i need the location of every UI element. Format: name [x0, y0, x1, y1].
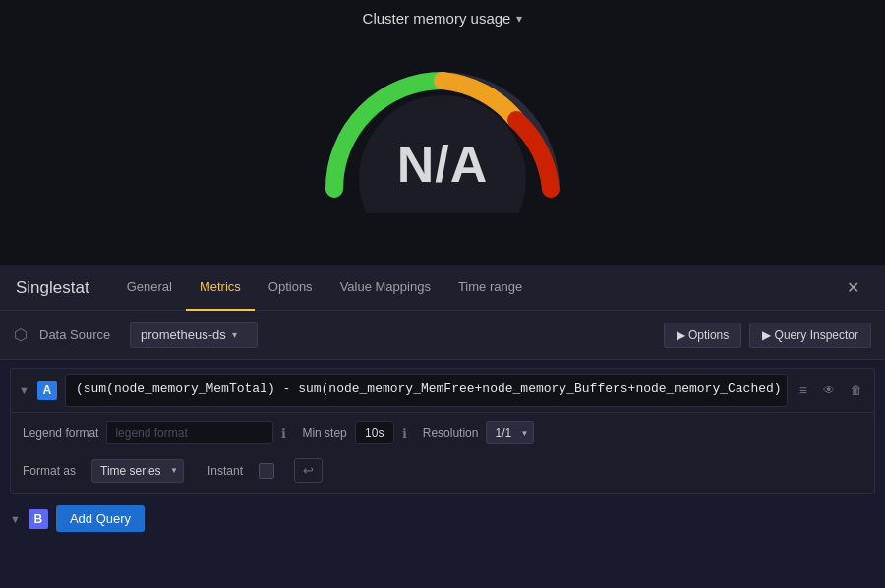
- format-as-label: Format as: [23, 464, 76, 478]
- tab-general[interactable]: General: [113, 265, 186, 311]
- legend-format-label: Legend format: [23, 426, 98, 440]
- min-step-value[interactable]: 10s: [355, 421, 394, 444]
- legend-format-input[interactable]: [106, 421, 273, 444]
- add-query-row: ▼ B Add Query: [0, 498, 885, 540]
- resolution-select[interactable]: 1/1 1/2 1/3: [486, 421, 534, 444]
- tab-options[interactable]: Options: [255, 265, 326, 311]
- legend-info-icon[interactable]: ℹ: [281, 426, 286, 441]
- link-icon-button[interactable]: ↩: [294, 458, 323, 483]
- format-as-select[interactable]: Time series Table Heatmap: [91, 459, 184, 483]
- query-inspector-button[interactable]: ▶ Query Inspector: [749, 323, 871, 348]
- resolution-select-wrapper: 1/1 1/2 1/3: [486, 421, 534, 444]
- query-a-expression[interactable]: (sum(node_memory_MemTotal) - sum(node_me…: [65, 374, 788, 407]
- tab-value-mappings[interactable]: Value Mappings: [326, 265, 444, 311]
- tab-bar: Singlestat General Metrics Options Value…: [0, 265, 885, 311]
- datasource-row: ⬡ Data Source prometheus-ds ▾ ▶ Options …: [0, 311, 885, 360]
- instant-checkbox[interactable]: [259, 463, 274, 479]
- minstep-info-icon[interactable]: ℹ: [402, 426, 407, 441]
- gauge-panel: Cluster memory usage ▾ N/A: [0, 0, 885, 265]
- resolution-label: Resolution: [423, 426, 479, 440]
- tab-metrics[interactable]: Metrics: [186, 265, 255, 311]
- query-b-letter: B: [29, 509, 48, 529]
- min-step-group: Min step 10s ℹ: [302, 421, 406, 444]
- datasource-label: Data Source: [39, 327, 118, 342]
- link-icon: ↩: [303, 463, 314, 478]
- editor-panel: Singlestat General Metrics Options Value…: [0, 265, 885, 588]
- database-icon: ⬡: [14, 325, 28, 344]
- options-button[interactable]: ▶ Options: [664, 323, 742, 348]
- datasource-value: prometheus-ds: [141, 327, 226, 342]
- editor-title: Singlestat: [16, 278, 89, 298]
- right-buttons: ▶ Options ▶ Query Inspector: [664, 323, 871, 348]
- query-a-options-row: Legend format ℹ Min step 10s ℹ Resolutio…: [11, 412, 874, 452]
- query-a-delete-button[interactable]: 🗑: [847, 380, 866, 401]
- gauge-container: N/A: [305, 17, 580, 213]
- query-b-collapse[interactable]: ▼: [10, 513, 21, 525]
- close-panel-button[interactable]: ✕: [837, 278, 869, 297]
- query-row-a: ▼ A (sum(node_memory_MemTotal) - sum(nod…: [10, 368, 875, 494]
- min-step-label: Min step: [302, 426, 346, 440]
- datasource-select[interactable]: prometheus-ds ▾: [130, 322, 258, 348]
- query-a-format-row: Format as Time series Table Heatmap Inst…: [11, 452, 874, 493]
- query-a-actions: ≡ 👁 🗑: [796, 379, 866, 402]
- query-row-top: ▼ A (sum(node_memory_MemTotal) - sum(nod…: [11, 369, 874, 412]
- tab-time-range[interactable]: Time range: [444, 265, 536, 311]
- gauge-value: N/A: [397, 135, 489, 194]
- query-a-letter: A: [37, 381, 57, 400]
- resolution-group: Resolution 1/1 1/2 1/3: [423, 421, 535, 444]
- query-a-hamburger-button[interactable]: ≡: [796, 379, 811, 402]
- query-a-collapse[interactable]: ▼: [19, 384, 30, 396]
- datasource-dropdown-icon: ▾: [232, 329, 237, 340]
- query-a-eye-button[interactable]: 👁: [819, 380, 839, 401]
- instant-label: Instant: [207, 464, 243, 478]
- format-as-select-wrapper: Time series Table Heatmap: [91, 459, 184, 483]
- add-query-button[interactable]: Add Query: [56, 505, 145, 532]
- legend-format-group: Legend format ℹ: [23, 421, 286, 444]
